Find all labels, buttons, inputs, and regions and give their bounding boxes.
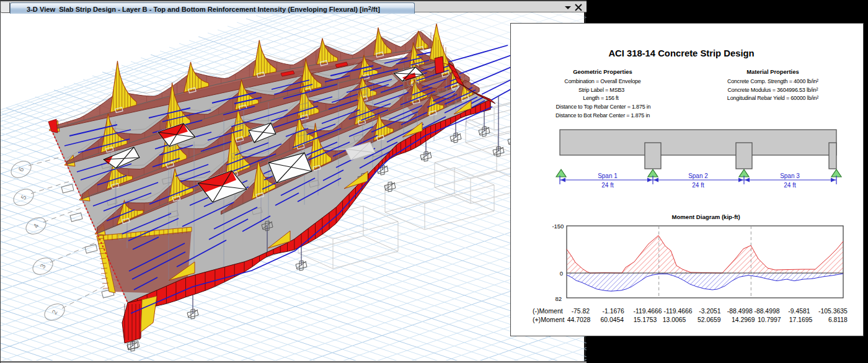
svg-text:2: 2 [50,308,58,315]
svg-text:4: 4 [32,222,40,229]
